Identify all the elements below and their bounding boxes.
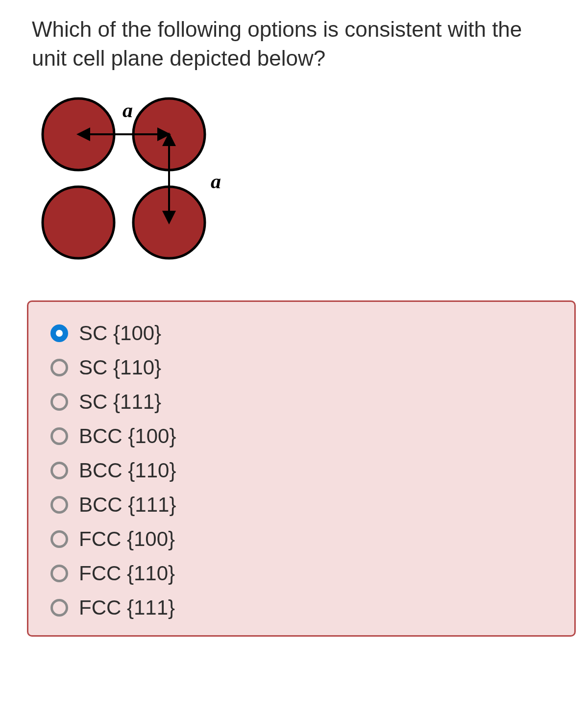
option-fcc-111[interactable]: FCC {111}: [50, 596, 552, 620]
option-bcc-111[interactable]: BCC {111}: [50, 493, 552, 517]
option-sc-111[interactable]: SC {111}: [50, 390, 552, 414]
option-label: SC {110}: [79, 356, 161, 379]
label-a-right: a: [211, 170, 221, 193]
radio-icon: [50, 599, 68, 617]
radio-icon: [50, 462, 68, 479]
answer-options-panel: SC {100} SC {110} SC {111} BCC {100} BCC…: [27, 300, 576, 637]
option-label: FCC {111}: [79, 596, 175, 620]
option-fcc-100[interactable]: FCC {100}: [50, 527, 552, 551]
radio-icon: [50, 324, 68, 342]
svg-point-2: [43, 187, 114, 258]
radio-icon: [50, 565, 68, 582]
option-label: FCC {100}: [79, 527, 175, 551]
option-label: SC {111}: [79, 390, 161, 414]
label-a-top: a: [122, 99, 133, 122]
unit-cell-diagram: a a: [37, 93, 561, 266]
question-container: Which of the following options is consis…: [0, 0, 588, 266]
radio-icon: [50, 427, 68, 445]
option-bcc-110[interactable]: BCC {110}: [50, 459, 552, 482]
option-label: FCC {110}: [79, 562, 175, 585]
option-label: SC {100}: [79, 322, 161, 345]
option-sc-110[interactable]: SC {110}: [50, 356, 552, 379]
radio-icon: [50, 496, 68, 514]
radio-icon: [50, 530, 68, 548]
radio-icon: [50, 393, 68, 411]
option-label: BCC {100}: [79, 424, 176, 448]
question-text: Which of the following options is consis…: [32, 15, 561, 73]
option-fcc-110[interactable]: FCC {110}: [50, 562, 552, 585]
option-bcc-100[interactable]: BCC {100}: [50, 424, 552, 448]
option-label: BCC {110}: [79, 459, 176, 482]
option-label: BCC {111}: [79, 493, 176, 517]
radio-icon: [50, 359, 68, 376]
option-sc-100[interactable]: SC {100}: [50, 322, 552, 345]
